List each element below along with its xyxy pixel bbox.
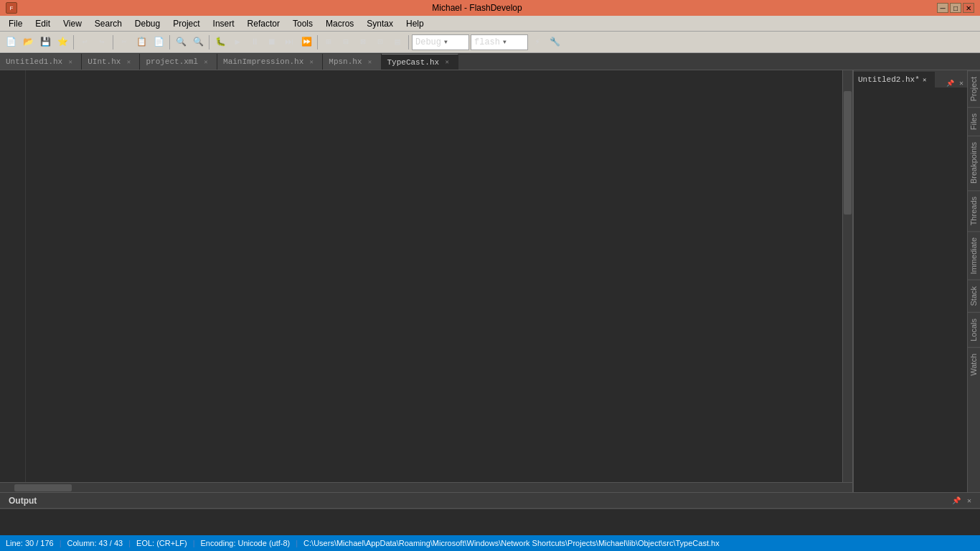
search-button[interactable]: 🔍 xyxy=(173,34,189,50)
minimize-button[interactable]: ─ xyxy=(937,3,948,13)
side-tab-project[interactable]: Project xyxy=(968,70,980,107)
right-panel-close[interactable]: ✕ xyxy=(956,79,967,88)
status-sep2: | xyxy=(128,539,131,547)
align3-button[interactable]: ⊠ xyxy=(355,34,371,50)
maximize-button[interactable]: □ xyxy=(950,3,961,13)
tab-close[interactable]: ✕ xyxy=(201,57,211,67)
pause-button[interactable]: ⏸ xyxy=(247,34,263,50)
side-tab-files[interactable]: Files xyxy=(968,107,980,136)
side-tab-immediate[interactable]: Immediate xyxy=(968,231,980,280)
window-title: Michael - FlashDevelop xyxy=(432,3,522,13)
tab-Mpsn-hx[interactable]: Mpsn.hx✕ xyxy=(323,54,381,70)
redo-button[interactable]: ↪ xyxy=(94,34,110,50)
build-btn[interactable]: ⚡ xyxy=(529,34,545,50)
menu-item-tools[interactable]: Tools xyxy=(287,17,319,30)
step-over-button[interactable]: ⏭ xyxy=(281,34,297,50)
debug-button[interactable]: 🐛 xyxy=(212,34,228,50)
tab-close[interactable]: ✕ xyxy=(123,57,133,67)
status-bar: Line: 30 / 176 | Column: 43 / 43 | EOL: … xyxy=(0,535,980,551)
tab-label: project.xml xyxy=(146,57,198,66)
menu-item-view[interactable]: View xyxy=(57,17,88,30)
menu-item-refactor[interactable]: Refactor xyxy=(242,17,286,30)
editor-vertical-scrollbar[interactable] xyxy=(842,70,852,482)
tab-Untitled1-hx[interactable]: Untitled1.hx✕ xyxy=(0,54,82,70)
tab-close[interactable]: ✕ xyxy=(65,57,75,67)
output-close-button[interactable]: ✕ xyxy=(964,496,974,506)
open-file-button[interactable]: 📂 xyxy=(20,34,36,50)
bottom-content-area xyxy=(0,525,980,535)
align1-button[interactable]: ⊞ xyxy=(321,34,336,50)
right-panel-pin[interactable]: 📌 xyxy=(944,80,956,88)
toolbar-sep2 xyxy=(113,35,113,50)
undo-button[interactable]: ↩ xyxy=(77,34,93,50)
favorite-button[interactable]: ⭐ xyxy=(55,34,70,50)
tab-close[interactable]: ✕ xyxy=(306,57,316,67)
menu-item-debug[interactable]: Debug xyxy=(129,17,166,30)
tab-project-xml[interactable]: project.xml✕ xyxy=(140,54,217,70)
align2-button[interactable]: ⊟ xyxy=(338,34,354,50)
side-tab-stack[interactable]: Stack xyxy=(968,280,980,312)
side-tab-locals[interactable]: Locals xyxy=(968,312,980,347)
platform-label: flash xyxy=(474,37,500,47)
tab-MainImpression-hx[interactable]: MainImpression.hx✕ xyxy=(217,54,323,70)
debug-mode-label: Debug xyxy=(415,37,441,47)
menu-item-syntax[interactable]: Syntax xyxy=(361,17,399,30)
tab-TypeCast-hx[interactable]: TypeCast.hx✕ xyxy=(382,54,459,70)
toolbar-sep5 xyxy=(317,35,318,50)
menu-item-file[interactable]: File xyxy=(3,17,28,30)
tab-close[interactable]: ✕ xyxy=(365,57,375,67)
side-tab-threads[interactable]: Threads xyxy=(968,190,980,231)
side-tabs: ProjectFilesBreakpointsThreadsImmediateS… xyxy=(967,70,980,492)
output-pin-button[interactable]: 📌 xyxy=(951,496,961,506)
menu-item-macros[interactable]: Macros xyxy=(320,17,359,30)
menu-bar: FileEditViewSearchDebugProjectInsertRefa… xyxy=(0,16,980,32)
tab-close[interactable]: ✕ xyxy=(442,57,452,67)
save-file-button[interactable]: 💾 xyxy=(37,34,53,50)
toolbar-sep4 xyxy=(209,35,209,50)
new-file-button[interactable]: 📄 xyxy=(3,34,19,50)
code-area[interactable] xyxy=(26,70,842,482)
right-tab-bar: Untitled2.hx* ✕ 📌 ✕ xyxy=(854,70,967,88)
debug-mode-dropdown[interactable]: Debug ▼ xyxy=(412,34,469,50)
menu-item-project[interactable]: Project xyxy=(167,17,205,30)
menu-item-help[interactable]: Help xyxy=(400,17,430,30)
tab-UInt-hx[interactable]: UInt.hx✕ xyxy=(82,54,140,70)
right-tab-close[interactable]: ✕ xyxy=(920,75,930,85)
title-bar: F Michael - FlashDevelop ─ □ ✕ xyxy=(0,0,980,16)
build2-btn[interactable]: 🔧 xyxy=(547,34,562,50)
cut-button[interactable]: ✂ xyxy=(116,34,132,50)
copy-button[interactable]: 📋 xyxy=(133,34,149,50)
platform-dropdown[interactable]: flash ▼ xyxy=(471,34,528,50)
output-title: Output xyxy=(3,494,42,507)
status-column: Column: 43 / 43 xyxy=(67,539,123,547)
status-eol: EOL: (CR+LF) xyxy=(136,539,187,547)
status-line: Line: 30 / 176 xyxy=(6,539,54,547)
menu-item-edit[interactable]: Edit xyxy=(29,17,56,30)
toolbar-sep6 xyxy=(408,35,409,50)
align5-button[interactable]: ▤ xyxy=(390,34,405,50)
bottom-tab-bar: Output 📌 ✕ xyxy=(0,493,980,509)
status-path: C:\Users\Michael\AppData\Roaming\Microso… xyxy=(303,539,720,547)
paste-button[interactable]: 📄 xyxy=(151,34,166,50)
menu-item-insert[interactable]: Insert xyxy=(207,17,240,30)
main-area: Untitled2.hx* ✕ 📌 ✕ ProjectFilesBreakpoi… xyxy=(0,70,980,492)
step-in-button[interactable]: ⏩ xyxy=(298,34,314,50)
stop-button[interactable]: ⏹ xyxy=(264,34,280,50)
search2-button[interactable]: 🔍 xyxy=(190,34,206,50)
editor-main xyxy=(0,70,852,492)
status-sep3: | xyxy=(193,539,195,547)
editor-horizontal-scrollbar[interactable] xyxy=(0,482,852,492)
platform-dropdown-arrow: ▼ xyxy=(503,39,507,45)
side-tab-watch[interactable]: Watch xyxy=(968,347,980,382)
title-bar-left: F xyxy=(6,2,17,14)
align4-button[interactable]: ⊡ xyxy=(372,34,388,50)
toolbar-sep1 xyxy=(73,35,74,50)
side-tab-breakpoints[interactable]: Breakpoints xyxy=(968,136,980,189)
right-code-area[interactable] xyxy=(854,88,967,492)
right-panel: Untitled2.hx* ✕ 📌 ✕ xyxy=(852,70,967,492)
menu-item-search[interactable]: Search xyxy=(89,17,128,30)
right-tab-untitled2[interactable]: Untitled2.hx* ✕ xyxy=(854,72,935,88)
run-button[interactable]: ▶ xyxy=(230,34,245,50)
close-button[interactable]: ✕ xyxy=(963,3,974,13)
status-sep4: | xyxy=(296,539,298,547)
